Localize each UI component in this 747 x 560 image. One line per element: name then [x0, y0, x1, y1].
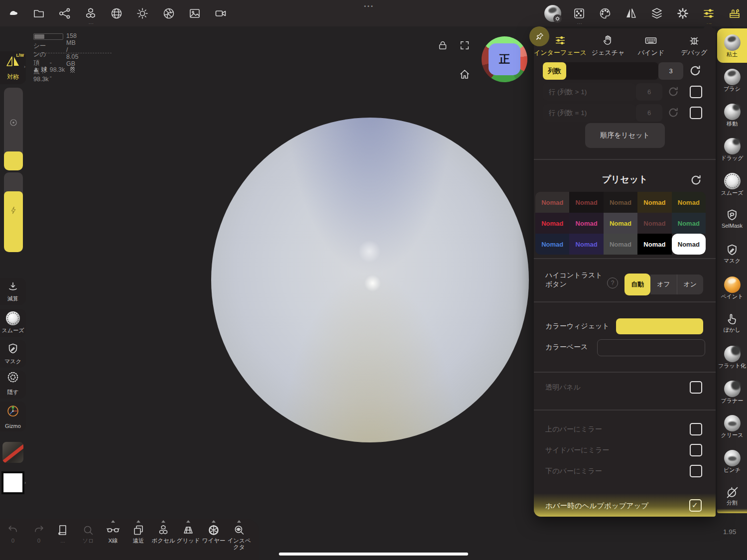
intensity-slider[interactable]	[4, 172, 23, 252]
tool-planar[interactable]: プラナー	[717, 375, 747, 409]
preset-swatch-selected[interactable]: Nomad	[672, 234, 706, 255]
navigation-orientation-ball[interactable]: 正	[482, 36, 527, 82]
camera-lock-icon[interactable]	[437, 40, 448, 51]
help-popup-row[interactable]: ホバー時のヘルプポップアップ	[534, 493, 716, 517]
tool-mask[interactable]: マスク	[717, 236, 747, 271]
color-widget-swatch[interactable]	[616, 318, 703, 334]
preset-swatch[interactable]: Nomad	[535, 213, 569, 234]
column-count-reset-icon[interactable]	[689, 64, 702, 77]
tab-debug[interactable]: デバッグ	[673, 28, 716, 60]
layers-icon[interactable]	[650, 7, 663, 20]
scene-object-row[interactable]: 球 - 98.3k -	[33, 59, 75, 80]
image-icon[interactable]	[188, 7, 201, 20]
toolbox-icon[interactable]	[728, 7, 741, 20]
preset-swatch[interactable]: Nomad	[637, 192, 671, 213]
preset-swatch[interactable]: Nomad	[604, 192, 637, 213]
inspector-button[interactable]: インスペクタ	[225, 524, 253, 551]
undo-button[interactable]: 0	[0, 524, 27, 544]
alpha-stamp-slot[interactable]	[0, 439, 26, 465]
tool-paint[interactable]: ペイント	[717, 271, 747, 305]
history-button[interactable]: ...	[49, 524, 77, 544]
tab-gesture[interactable]: ジェスチャ	[587, 28, 629, 60]
nav-cube-front-face[interactable]: 正	[489, 43, 520, 75]
rows-eq1-checkbox[interactable]	[690, 107, 702, 119]
gizmo-tool-button[interactable]: Gizmo	[0, 402, 26, 431]
rows-gt1-checkbox[interactable]	[690, 86, 702, 98]
sun-light-icon[interactable]	[136, 7, 149, 20]
tool-smudge[interactable]: ぼかし	[717, 305, 747, 340]
voxel-remesh-button[interactable]: ボクセル	[149, 524, 177, 544]
preset-swatch[interactable]: Nomad	[535, 234, 569, 255]
video-camera-icon[interactable]	[214, 7, 227, 20]
wireframe-button[interactable]: ワイヤー	[200, 524, 228, 544]
preset-swatch[interactable]: Nomad	[637, 213, 671, 234]
tool-move[interactable]: 移動	[717, 98, 747, 132]
preset-swatch[interactable]: Nomad	[672, 192, 706, 213]
mask-tool-button-left[interactable]: マスク	[0, 340, 26, 368]
share-nodes-icon[interactable]	[58, 7, 71, 20]
perspective-button[interactable]: 遠近	[124, 524, 152, 544]
tool-crease[interactable]: クリース	[717, 409, 747, 443]
preset-swatch[interactable]: Nomad	[535, 192, 569, 213]
matcap-dice-icon[interactable]	[573, 7, 586, 20]
home-indicator-bar[interactable]	[279, 553, 468, 556]
sculpt-sphere-mesh[interactable]	[211, 118, 529, 442]
tool-smooth[interactable]: スムーズ	[717, 167, 747, 201]
hide-tool-button[interactable]: 隠す	[0, 371, 26, 399]
grid-button[interactable]: グリッド	[174, 524, 202, 544]
subtract-mode-button[interactable]: 減算	[0, 278, 26, 305]
symmetry-expand-arrow[interactable]: ›	[24, 64, 25, 69]
aperture-postprocess-icon[interactable]	[162, 7, 175, 20]
column-count-field[interactable]: 列数	[543, 62, 658, 80]
mirror-bottom-checkbox[interactable]	[690, 465, 702, 477]
voxel-cubes-icon[interactable]	[84, 7, 97, 20]
preset-swatch[interactable]: Nomad	[637, 234, 671, 255]
window-handle-dots[interactable]: •••	[364, 3, 374, 9]
solo-button[interactable]: ソロ	[74, 524, 102, 544]
tool-selmask[interactable]: SelMask	[717, 201, 747, 236]
home-view-icon[interactable]	[459, 68, 471, 80]
help-popup-checkbox[interactable]	[689, 499, 702, 512]
color-base-swatch[interactable]	[597, 339, 705, 356]
hc-option-auto[interactable]: 自動	[624, 274, 650, 295]
hc-option-on[interactable]: オン	[677, 275, 703, 294]
stroke-falloff-slot[interactable]: ›	[0, 469, 26, 494]
fullscreen-icon[interactable]	[459, 40, 470, 51]
palette-icon[interactable]	[599, 7, 612, 20]
tool-drag[interactable]: ドラッグ	[717, 132, 747, 166]
radius-slider[interactable]	[4, 88, 23, 170]
smooth-tool-button[interactable]: スムーズ	[0, 309, 26, 337]
symmetry-button[interactable]: L/W › 対称	[0, 51, 26, 84]
reset-order-button[interactable]: 順序をリセット	[585, 123, 665, 148]
xray-button[interactable]: X線	[99, 524, 127, 544]
falloff-expand-arrow[interactable]: ›	[24, 480, 26, 485]
preset-swatch[interactable]: Nomad	[604, 234, 637, 255]
transparent-panel-checkbox[interactable]	[690, 381, 702, 394]
tool-brush[interactable]: ブラシ	[717, 63, 747, 97]
presets-reset-icon[interactable]	[690, 174, 702, 186]
tool-split[interactable]: 分割	[717, 478, 747, 513]
mirror-top-checkbox[interactable]	[690, 423, 702, 435]
column-count-value[interactable]: 3	[658, 62, 683, 80]
mirror-side-checkbox[interactable]	[690, 444, 702, 456]
tool-flatten[interactable]: フラット化	[717, 340, 747, 374]
sliders-interface-icon[interactable]	[702, 7, 715, 20]
preset-swatch[interactable]: Nomad	[569, 234, 603, 255]
alpha-stamp-disabled-icon	[2, 442, 23, 463]
help-circle-icon[interactable]: ?	[607, 278, 618, 288]
crease-ball-icon	[724, 415, 741, 431]
preset-swatch[interactable]: Nomad	[672, 213, 706, 234]
preset-swatch[interactable]: Nomad	[604, 213, 637, 234]
tool-pinch[interactable]: ピンチ	[717, 444, 747, 478]
preset-swatch[interactable]: Nomad	[569, 213, 603, 234]
preset-swatch[interactable]: Nomad	[569, 192, 603, 213]
tab-bind[interactable]: バインド	[629, 28, 672, 60]
tool-clay[interactable]: 粘土	[717, 28, 747, 63]
tab-interface[interactable]: インターフェース	[534, 28, 587, 60]
gear-settings-icon[interactable]	[676, 7, 689, 20]
folder-icon[interactable]	[32, 7, 45, 20]
symmetry-mirror-icon[interactable]	[624, 7, 637, 20]
nomad-logo-icon[interactable]	[7, 7, 20, 20]
mesh-sphere-icon[interactable]	[110, 7, 123, 20]
hc-option-off[interactable]: オフ	[650, 275, 677, 294]
